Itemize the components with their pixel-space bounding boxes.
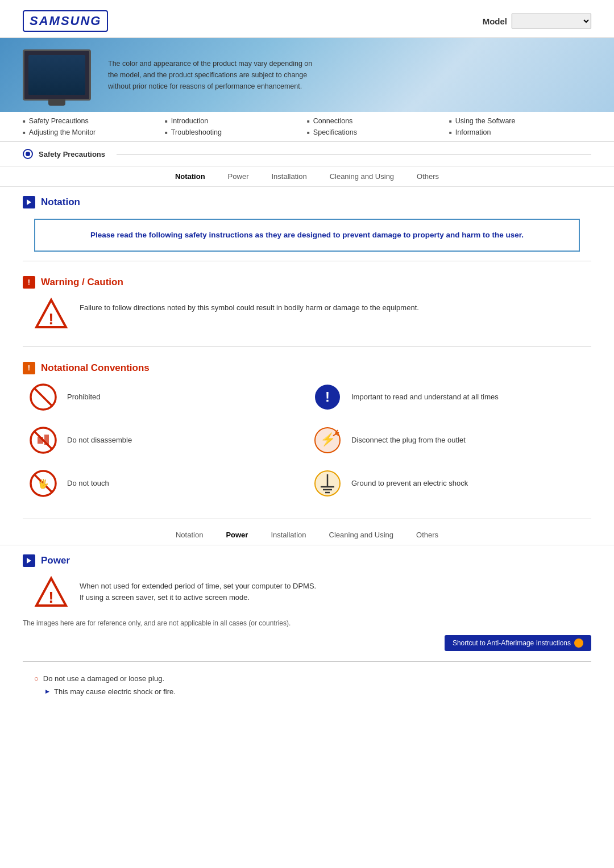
shortcut-area: Shortcut to Anti-Afterimage Instructions [0,631,614,656]
svg-text:!: ! [325,389,330,404]
warning-triangle-icon: ! [34,298,68,332]
sub-nav2-power[interactable]: Power [226,531,248,539]
model-select[interactable] [512,14,591,28]
power-warning-icon: ! [34,576,68,610]
sub-nav-notation[interactable]: Notation [175,172,205,181]
reference-text: The images here are for reference only, … [0,616,614,631]
svg-marker-0 [27,199,31,205]
disconnect-icon: ⚡ [313,425,342,455]
conventions-title-text: Notational Conventions [41,362,150,374]
conv-label-no-touch: Do not touch [67,479,109,487]
no-disassemble-icon [28,425,58,455]
warning-title-icon: ! [23,276,35,289]
list-section: Do not use a damaged or loose plug. This… [0,667,614,707]
ground-icon [313,469,342,498]
sub-nav-others[interactable]: Others [417,172,439,181]
nav-item-introduction[interactable]: Introduction [165,115,307,127]
conv-item-no-touch: 🖐 Do not touch [23,465,307,502]
nav-item-connections[interactable]: Connections [307,115,449,127]
list-item-secondary: This may cause electric shock or fire. [34,685,591,698]
nav-item-adjusting[interactable]: Adjusting the Monitor [23,127,165,138]
nav-item-safety[interactable]: Safety Precautions [23,115,165,127]
svg-rect-10 [44,435,49,445]
conv-label-disconnect: Disconnect the plug from the outlet [351,436,466,444]
power-content: ! When not used for extended period of t… [0,571,614,616]
notation-title-icon [23,196,35,208]
conv-label-important: Important to read and understand at all … [351,393,499,401]
nav-menu: Safety Precautions Introduction Connecti… [0,112,614,142]
no-touch-icon: 🖐 [28,469,58,498]
warning-text: Failure to follow directions noted by th… [80,298,419,314]
nav-item-specifications[interactable]: Specifications [307,127,449,138]
breadcrumb-icon [23,149,33,159]
info-box: Please read the following safety instruc… [34,219,580,252]
warning-title-text: Warning / Caution [41,277,123,288]
nav-item-information[interactable]: Information [449,127,591,138]
svg-text:!: ! [48,310,53,328]
conv-item-prohibited: Prohibited [23,379,307,415]
conventions-title-icon: ! [23,362,35,374]
list-item-primary: Do not use a damaged or loose plug. [34,672,591,685]
power-title-text: Power [41,555,70,566]
power-title-row: Power [0,545,614,571]
model-area: Model [483,14,591,28]
section-breadcrumb: Safety Precautions [0,142,614,166]
conv-label-no-disassemble: Do not disassemble [67,436,132,444]
hero-text: The color and appearance of the product … [108,58,324,92]
nav-item-troubleshooting[interactable]: Troubleshooting [165,127,307,138]
sub-nav2-cleaning[interactable]: Cleaning and Using [329,531,393,539]
sub-nav2-notation[interactable]: Notation [176,531,203,539]
divider-2 [23,347,591,347]
nav-item-software[interactable]: Using the Software [449,115,591,127]
hero-banner: The color and appearance of the product … [0,38,614,112]
sub-nav2-installation[interactable]: Installation [271,531,306,539]
svg-line-4 [34,388,52,406]
conv-item-no-disassemble: Do not disassemble [23,422,307,458]
svg-text:!: ! [48,589,53,606]
primary-item-text: Do not use a damaged or loose plug. [43,674,164,683]
svg-text:⚡: ⚡ [320,432,336,447]
conv-label-prohibited: Prohibited [67,393,101,401]
conventions-title-row: ! Notational Conventions [0,353,614,379]
info-box-text: Please read the following safety instruc… [47,229,567,241]
hero-monitor [23,49,91,101]
shortcut-btn-label: Shortcut to Anti-Afterimage Instructions [453,639,571,647]
conv-label-ground: Ground to prevent an electric shock [351,479,468,487]
sub-nav-power[interactable]: Power [228,172,249,181]
svg-marker-26 [27,558,31,564]
shortcut-button[interactable]: Shortcut to Anti-Afterimage Instructions [445,635,591,651]
conv-item-disconnect: ⚡ Disconnect the plug from the outlet [307,422,591,458]
conv-item-ground: Ground to prevent an electric shock [307,465,591,502]
notation-title-text: Notation [41,197,80,208]
notation-title-row: Notation [0,187,614,213]
sub-nav-1: Notation Power Installation Cleaning and… [0,166,614,187]
divider-3 [23,519,591,519]
breadcrumb-text: Safety Precautions [39,150,105,158]
svg-rect-9 [38,437,43,444]
sub-nav-cleaning[interactable]: Cleaning and Using [330,172,394,181]
power-title-icon [23,554,35,567]
important-icon: ! [313,382,342,412]
divider-1 [23,261,591,261]
model-label: Model [483,16,507,26]
warning-row: ! Failure to follow directions noted by … [0,293,614,341]
warning-title-row: ! Warning / Caution [0,267,614,293]
power-text-block: When not used for extended period of tim… [80,576,316,610]
shortcut-btn-circle [574,639,583,648]
hero-screen [28,55,85,95]
svg-text:🖐: 🖐 [38,478,49,489]
sub-nav-installation[interactable]: Installation [271,172,306,181]
header: SAMSUNG Model [0,0,614,38]
conv-item-important: ! Important to read and understand at al… [307,379,591,415]
prohibited-icon [28,382,58,412]
convention-grid: Prohibited ! Important to read and under… [0,379,614,513]
sub-nav-2: Notation Power Installation Cleaning and… [0,525,614,545]
secondary-item-text: This may cause electric shock or fire. [54,687,176,696]
divider-4 [23,661,591,662]
samsung-logo: SAMSUNG [23,10,108,32]
sub-nav2-others[interactable]: Others [416,531,438,539]
